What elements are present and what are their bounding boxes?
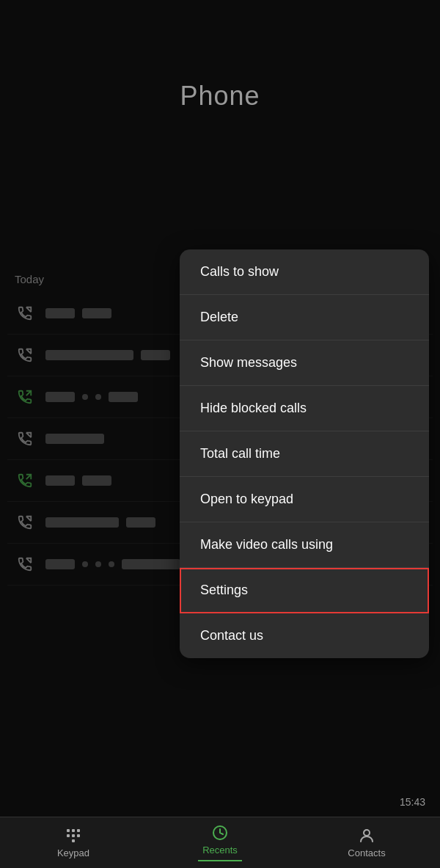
svg-rect-8	[72, 829, 75, 832]
menu-item-settings[interactable]: Settings	[180, 568, 429, 613]
nav-contacts-label: Contacts	[348, 847, 385, 858]
nav-contacts[interactable]: Contacts	[293, 827, 440, 858]
nav-active-indicator	[198, 860, 242, 861]
contacts-icon	[358, 827, 375, 845]
nav-keypad[interactable]: Keypad	[0, 827, 147, 858]
menu-item-open-to-keypad[interactable]: Open to keypad	[180, 477, 429, 522]
svg-rect-7	[67, 829, 70, 832]
nav-recents-label: Recents	[202, 845, 238, 856]
nav-keypad-label: Keypad	[57, 847, 89, 858]
svg-rect-13	[72, 839, 75, 842]
menu-item-delete[interactable]: Delete	[180, 295, 429, 340]
svg-rect-11	[72, 834, 75, 837]
svg-rect-10	[67, 834, 70, 837]
menu-item-make-video-calls[interactable]: Make video calls using	[180, 522, 429, 568]
context-menu: Calls to show Delete Show messages Hide …	[180, 249, 429, 658]
menu-item-contact-us[interactable]: Contact us	[180, 613, 429, 658]
keypad-icon	[65, 827, 82, 845]
bottom-navigation: Keypad Recents Contacts	[0, 817, 440, 868]
svg-rect-9	[77, 829, 80, 832]
svg-rect-12	[77, 834, 80, 837]
menu-item-calls-to-show[interactable]: Calls to show	[180, 249, 429, 295]
svg-point-15	[364, 830, 370, 836]
menu-item-hide-blocked-calls[interactable]: Hide blocked calls	[180, 386, 429, 431]
menu-item-show-messages[interactable]: Show messages	[180, 340, 429, 386]
menu-item-total-call-time[interactable]: Total call time	[180, 431, 429, 477]
recents-icon	[211, 824, 229, 842]
nav-recents[interactable]: Recents	[147, 824, 293, 861]
